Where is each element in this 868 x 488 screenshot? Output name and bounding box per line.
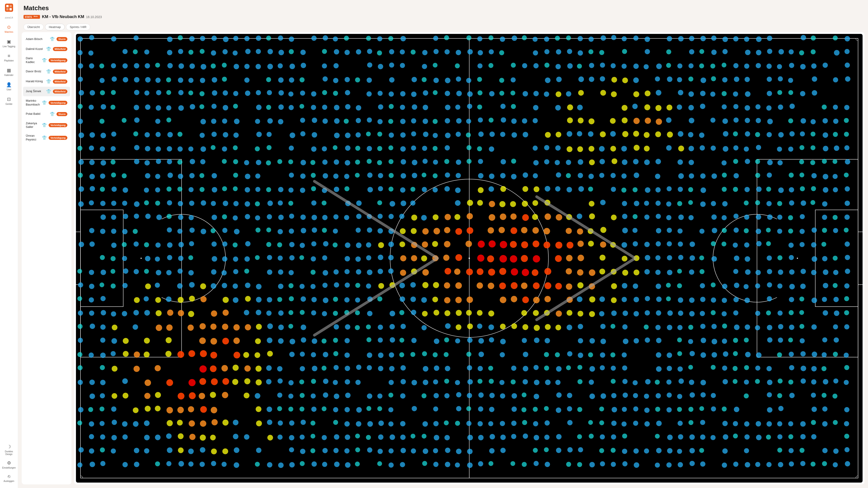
position-badge: Verteidigung [49, 58, 67, 62]
sidebar-item-kalender[interactable]: ▦ Kalender [1, 66, 17, 78]
player-item[interactable]: Davor Brotz 👕 Mittelfeld [23, 67, 70, 76]
player-item[interactable]: Dalimil Kozel 👕 Mittelfeld [23, 44, 70, 54]
player-item[interactable]: Harald König 👕 Mittelfeld [23, 77, 70, 86]
player-shirt-icon: 👕 [46, 89, 51, 94]
player-name: Zekeriya Saller [26, 122, 40, 129]
player-name: Marinko Baumbach [26, 99, 40, 107]
svg-rect-4 [9, 5, 12, 7]
tab-bar: Übersicht Heatmap Sprints / HIR [18, 22, 868, 32]
player-name: Juraj Šimek [26, 90, 44, 93]
sidebar-label-dark-design: Dunkles Design [2, 450, 16, 456]
sidebar-label-live-tagging: Live Tagging [3, 45, 16, 48]
player-item[interactable]: Polat Babić 👕 Sturm [23, 109, 70, 119]
position-badge: Mittelfeld [53, 90, 67, 94]
tab-heatmap[interactable]: Heatmap [45, 24, 65, 30]
player-item[interactable]: Adam Bösch 👕 Sturm [23, 34, 70, 44]
stats-badge: STATS Beta [24, 15, 40, 19]
match-subtitle: STATS Beta KM - Vfb Neubach KM 18.10.202… [24, 14, 863, 19]
position-badge: Verteidigung [49, 123, 67, 127]
player-name: Ümran Peynirci [26, 134, 40, 142]
player-item[interactable]: Ümran Peynirci 👕 Verteidigung [23, 132, 70, 144]
player-name: Davor Brotz [26, 70, 44, 73]
content-area: Adam Bösch 👕 Sturm Dalimil Kozel 👕 Mitte… [18, 32, 868, 488]
player-shirt-icon: 👕 [42, 123, 47, 128]
player-item[interactable]: Marinko Baumbach 👕 Verteidigung [23, 97, 70, 109]
position-badge: Sturm [57, 37, 67, 41]
player-name: Polat Babić [26, 112, 48, 116]
player-name: Adam Bösch [26, 37, 48, 41]
sidebar-label-matches: Matches [5, 31, 13, 33]
player-shirt-icon: 👕 [42, 135, 47, 140]
matches-icon: ⊙ [7, 24, 11, 30]
sidebar-item-settings[interactable]: ⚙ Einstellungen [1, 458, 17, 471]
tab-sprints[interactable]: Sprints / HIR [66, 24, 90, 30]
svg-rect-3 [6, 8, 8, 10]
position-badge: Verteidigung [49, 101, 67, 105]
player-shirt-icon: 👕 [42, 58, 47, 63]
sidebar: zone14 ⊙ Matches ▣ Live Tagging ≡ Playli… [0, 0, 18, 488]
sidebar-item-dark-design[interactable]: ☽ Dunkles Design [1, 442, 17, 457]
sidebar-item-playlisten[interactable]: ≡ Playlisten [1, 52, 17, 64]
sidebar-bottom: ☽ Dunkles Design ⚙ Einstellungen ⎋ Auslo… [1, 442, 17, 484]
position-badge: Mittelfeld [53, 47, 67, 51]
player-list: Adam Bösch 👕 Sturm Dalimil Kozel 👕 Mitte… [22, 32, 71, 484]
heatmap-canvas [76, 34, 863, 483]
sidebar-label-settings: Einstellungen [2, 466, 16, 469]
sidebar-item-matches[interactable]: ⊙ Matches [1, 23, 17, 35]
player-shirt-icon: 👕 [50, 111, 55, 117]
player-name: Dario Kadlec [26, 57, 40, 64]
sidebar-label-geraete: Geräte [5, 103, 12, 105]
player-shirt-icon: 👕 [50, 37, 55, 41]
tab-ubersicht[interactable]: Übersicht [24, 24, 43, 30]
player-shirt-icon: 👕 [46, 46, 51, 52]
page-title: Matches [24, 4, 863, 12]
player-shirt-icon: 👕 [42, 100, 47, 105]
playlisten-icon: ≡ [8, 53, 10, 59]
sidebar-label-logout: Ausloggen [4, 480, 14, 483]
player-shirt-icon: 👕 [46, 79, 51, 84]
username-label: zone14 [5, 16, 13, 19]
player-item[interactable]: Dario Kadlec 👕 Verteidigung [23, 54, 70, 66]
match-date: 18.10.2023 [86, 15, 102, 19]
player-item[interactable]: Juraj Šimek 👕 Mittelfeld [23, 87, 70, 96]
svg-rect-1 [6, 5, 8, 7]
svg-rect-2 [9, 8, 12, 10]
header: Matches STATS Beta KM - Vfb Neubach KM 1… [18, 0, 868, 22]
match-title: KM - Vfb Neubach KM [42, 14, 84, 19]
sidebar-item-geraete[interactable]: ⊡ Geräte [1, 95, 17, 107]
position-badge: Mittelfeld [53, 70, 67, 74]
beta-badge: Beta [33, 15, 39, 18]
player-name: Harald König [26, 79, 44, 84]
position-badge: Verteidigung [49, 136, 67, 140]
player-shirt-icon: 👕 [46, 69, 51, 74]
sidebar-label-kalender: Kalender [4, 74, 13, 76]
user-icon: 👤 [6, 82, 12, 88]
heatmap-container [74, 32, 864, 484]
dark-design-icon: ☽ [7, 444, 11, 449]
position-badge: Mittelfeld [53, 79, 67, 84]
sidebar-item-live-tagging[interactable]: ▣ Live Tagging [1, 37, 17, 50]
live-tagging-icon: ▣ [7, 39, 11, 44]
sidebar-item-user[interactable]: 👤 User [1, 80, 17, 93]
main-content: Matches STATS Beta KM - Vfb Neubach KM 1… [18, 0, 868, 488]
geraete-icon: ⊡ [7, 96, 11, 102]
sidebar-label-playlisten: Playlisten [4, 59, 14, 62]
player-item[interactable]: Zekeriya Saller 👕 Verteidigung [23, 119, 70, 131]
kalender-icon: ▦ [7, 68, 11, 73]
logout-icon: ⎋ [8, 474, 10, 479]
svg-rect-0 [5, 4, 13, 12]
position-badge: Sturm [57, 112, 67, 116]
app-logo[interactable] [5, 4, 13, 12]
sidebar-label-user: User [6, 88, 11, 91]
settings-icon: ⚙ [7, 460, 11, 466]
player-name: Dalimil Kozel [26, 47, 44, 51]
sidebar-item-logout[interactable]: ⎋ Ausloggen [1, 472, 17, 484]
